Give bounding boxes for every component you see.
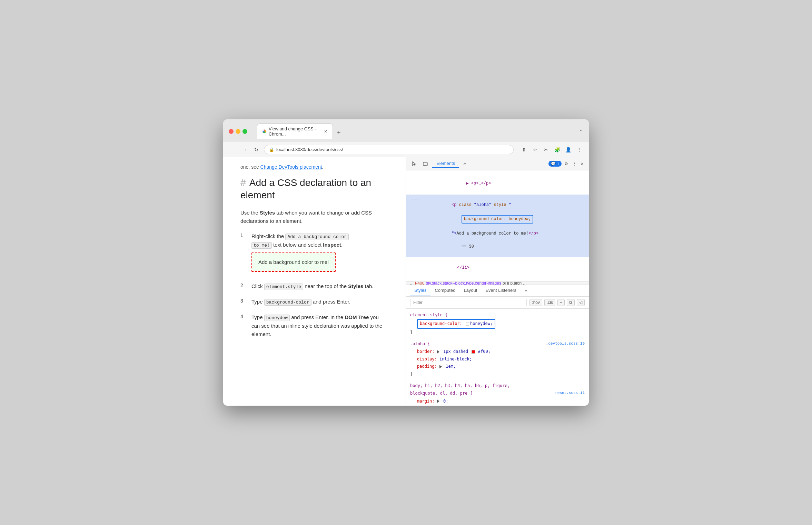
bookmark-icon[interactable]: ☆ bbox=[531, 146, 539, 154]
highlighted-bg-rule[interactable]: background-color: honeydew; bbox=[417, 319, 495, 329]
aloha-selector-line: .aloha { _devtools.scss:19 bbox=[410, 340, 585, 348]
settings-icon[interactable]: ⚙ bbox=[564, 160, 568, 168]
step-number-1: 1 bbox=[240, 232, 246, 238]
cursor-tool-icon[interactable] bbox=[410, 160, 418, 168]
expand-padding-icon[interactable] bbox=[439, 365, 442, 368]
color-swatch-red[interactable] bbox=[472, 350, 475, 354]
page-content: one, see Change DevTools placement. # Ad… bbox=[223, 157, 406, 406]
refresh-button[interactable]: ↻ bbox=[252, 146, 260, 154]
close-button[interactable] bbox=[229, 129, 234, 134]
description: Use the Styles tab when you want to chan… bbox=[240, 209, 388, 225]
demo-box[interactable]: Add a background color to me! bbox=[251, 252, 336, 272]
filter-input[interactable] bbox=[410, 299, 527, 306]
title-bar-right: ⌃ bbox=[579, 129, 583, 134]
tab-close-button[interactable]: ✕ bbox=[323, 129, 328, 134]
breadcrumb-div[interactable]: div.stack.stack--block.type.center-image… bbox=[426, 282, 501, 285]
breadcrumb-li[interactable]: li bbox=[507, 282, 509, 285]
maximize-button[interactable] bbox=[242, 129, 247, 134]
dom-line-highlighted[interactable]: ... <p class="aloha" style=" background-… bbox=[406, 195, 589, 258]
step-text-1: Right-click the Add a background color t… bbox=[251, 232, 349, 276]
new-tab-button[interactable]: + bbox=[334, 127, 344, 139]
style-rule-bg: background-color: honeydew; bbox=[410, 319, 585, 329]
active-tab[interactable]: View and change CSS - Chrom... ✕ bbox=[257, 123, 333, 139]
style-rule-border: border: 1px dashed #f00; bbox=[410, 348, 585, 356]
reset-file-link[interactable]: _reset.scss:11 bbox=[553, 390, 585, 397]
notification-badge[interactable]: 💬 1 bbox=[548, 161, 562, 167]
device-tool-icon[interactable] bbox=[421, 160, 429, 168]
puzzle-icon[interactable]: 🧩 bbox=[553, 146, 561, 154]
breadcrumb-t400[interactable]: t-400 bbox=[415, 282, 424, 285]
filter-buttons: :hov .cls + ⧉ ◁ bbox=[529, 299, 585, 306]
tab-elements[interactable]: Elements bbox=[432, 159, 459, 168]
tab-styles[interactable]: Styles bbox=[410, 285, 430, 296]
back-button[interactable]: ← bbox=[229, 146, 237, 154]
code-step1b: to me! bbox=[251, 242, 272, 249]
title-bar: View and change CSS - Chrom... ✕ + ⌃ bbox=[223, 119, 589, 142]
styles-bold-2: Styles bbox=[348, 283, 363, 289]
tab-event-listeners[interactable]: Event Listeners bbox=[481, 285, 521, 296]
step-number-2: 2 bbox=[240, 282, 246, 288]
dom-dots: ... bbox=[412, 195, 419, 202]
close-devtools-icon[interactable]: ✕ bbox=[580, 160, 585, 168]
menu-icon[interactable]: ⋮ bbox=[575, 146, 583, 154]
intro-link[interactable]: Change DevTools placement bbox=[260, 164, 322, 170]
cut-icon[interactable]: ✂ bbox=[542, 146, 550, 154]
step-text-4: Type honeydew and press Enter. In the DO… bbox=[251, 313, 388, 338]
minimize-button[interactable] bbox=[236, 129, 240, 134]
heading-hash: # bbox=[240, 177, 246, 188]
svg-rect-2 bbox=[423, 162, 427, 166]
dom-line-content: <p class="aloha" style=" background-colo… bbox=[422, 195, 538, 257]
code-honeydew: honeydew bbox=[264, 315, 290, 321]
share-icon[interactable]: ⬆ bbox=[520, 146, 528, 154]
styles-filter-bar: :hov .cls + ⧉ ◁ bbox=[406, 297, 589, 309]
dom-attr-class: class= bbox=[459, 202, 474, 207]
profile-icon[interactable]: 👤 bbox=[564, 146, 572, 154]
devtools-panel: Elements » 💬 1 ⚙ ⋮ ✕ ▶ <p>…</p> bbox=[406, 157, 589, 406]
dom-close-li: </li> bbox=[436, 265, 469, 270]
step-text-3: Type background-color and press Enter. bbox=[251, 298, 350, 306]
expand-border-icon[interactable] bbox=[437, 350, 439, 354]
tab-computed[interactable]: Computed bbox=[430, 285, 459, 296]
tab-more-styles[interactable]: » bbox=[521, 285, 531, 296]
devtools-toolbar-right: 💬 1 ⚙ ⋮ ✕ bbox=[548, 160, 585, 168]
intro-prefix: one, see bbox=[240, 164, 260, 170]
styles-tabs: Styles Computed Layout Event Listeners » bbox=[406, 285, 589, 297]
tab-layout[interactable]: Layout bbox=[459, 285, 481, 296]
forward-button[interactable]: → bbox=[240, 146, 249, 154]
code-element-style: element.style bbox=[264, 284, 303, 290]
dom-dollar: == $0 bbox=[452, 244, 474, 249]
breadcrumb-p[interactable]: p.aloh bbox=[511, 282, 522, 285]
inspect-bold: Inspect bbox=[323, 242, 341, 248]
reset-close: } bbox=[410, 405, 585, 406]
dom-line-li: </li> bbox=[406, 257, 589, 279]
new-stylesheet-button[interactable]: ⧉ bbox=[567, 299, 575, 306]
cls-button[interactable]: .cls bbox=[544, 299, 555, 306]
reset-selector-line: body, h1, h2, h3, h4, h5, h6, p, figure,… bbox=[410, 382, 585, 398]
dom-tag-p-collapsed: ▶ <p>…</p> bbox=[436, 181, 491, 186]
add-rule-button[interactable]: + bbox=[557, 299, 565, 306]
breadcrumb-dots-start: ... bbox=[410, 282, 414, 285]
intro-suffix: . bbox=[322, 164, 324, 170]
styles-emphasis: Styles bbox=[260, 210, 275, 216]
intro-text: one, see Change DevTools placement. bbox=[240, 164, 388, 170]
main-content: one, see Change DevTools placement. # Ad… bbox=[223, 157, 589, 406]
aloha-file-link[interactable]: _devtools.scss:19 bbox=[546, 340, 585, 347]
tab-title: View and change CSS - Chrom... bbox=[269, 126, 321, 137]
url-bar[interactable]: 🔒 localhost:8080/docs/devtools/css/ bbox=[264, 145, 514, 154]
dom-line-1: ▶ <p>…</p> bbox=[406, 173, 589, 195]
element-style-selector: element.style { bbox=[410, 311, 585, 319]
toolbar-icons: ⬆ ☆ ✂ 🧩 👤 ⋮ bbox=[520, 146, 583, 154]
more-options-icon[interactable]: ⋮ bbox=[571, 160, 578, 168]
toggle-changes-button[interactable]: ◁ bbox=[577, 299, 585, 306]
expand-margin-icon[interactable] bbox=[437, 399, 439, 403]
steps-list: 1 Right-click the Add a background color… bbox=[240, 232, 388, 338]
element-style-block: element.style { background-color: honeyd… bbox=[410, 311, 585, 336]
breadcrumb-ol[interactable]: ol bbox=[503, 282, 506, 285]
color-swatch-white[interactable] bbox=[466, 322, 469, 326]
tab-more[interactable]: » bbox=[459, 159, 470, 168]
url-text: localhost:8080/docs/devtools/css/ bbox=[276, 147, 343, 152]
breadcrumb-bar: ... t-400 div.stack.stack--block.type.ce… bbox=[406, 282, 589, 285]
dom-tree-bold: DOM Tree bbox=[345, 314, 369, 320]
hov-button[interactable]: :hov bbox=[529, 299, 542, 306]
devtools-toolbar: Elements » 💬 1 ⚙ ⋮ ✕ bbox=[406, 157, 589, 170]
